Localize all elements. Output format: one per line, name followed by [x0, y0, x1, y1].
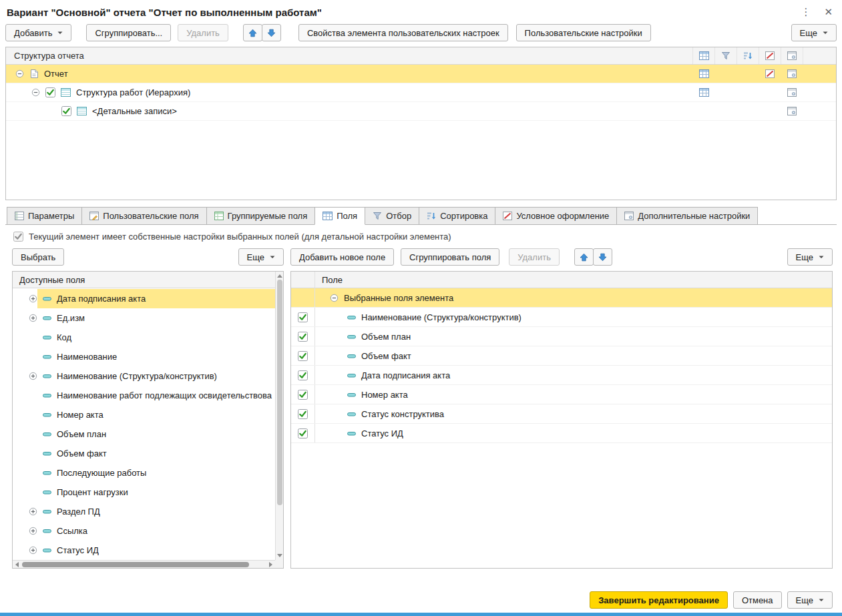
finish-editing-button[interactable]: Завершить редактирование [590, 591, 728, 609]
element-properties-button[interactable]: Свойства элемента пользовательских настр… [298, 24, 508, 41]
checkbox-checked-icon[interactable] [45, 87, 55, 97]
minus-expander-icon[interactable] [31, 88, 40, 97]
tab-parameters[interactable]: Параметры [7, 207, 82, 224]
checkbox-checked-icon[interactable] [298, 390, 308, 400]
structure-row[interactable]: <Детальные записи> [6, 102, 836, 121]
available-field-row[interactable]: Раздел ПД [13, 502, 275, 521]
conditional-icon [765, 51, 775, 60]
tab-groupable-fields[interactable]: Группируемые поля [206, 207, 316, 224]
vertical-scrollbar[interactable] [275, 272, 283, 560]
available-field-row[interactable]: Последующие работы [13, 463, 275, 483]
tab-label: Параметры [28, 211, 74, 221]
plus-expander-icon[interactable] [29, 507, 37, 516]
available-field-row[interactable]: Наименование [13, 347, 275, 366]
structure-column-header[interactable] [781, 47, 803, 64]
selected-field-label: Наименование (Структура/конструктив) [361, 312, 521, 322]
scroll-right-icon[interactable] [267, 561, 274, 568]
select-button[interactable]: Выбрать [12, 248, 64, 266]
selected-fields-group-row[interactable]: Выбранные поля элемента [291, 288, 832, 308]
top-more-button[interactable]: Еще [791, 24, 837, 41]
kebab-menu-icon[interactable]: ⋮ [801, 6, 811, 18]
cancel-button[interactable]: Отмена [733, 591, 782, 609]
attribute-icon [43, 412, 51, 418]
checkbox-checked-icon[interactable] [298, 409, 308, 419]
plus-expander-icon[interactable] [29, 546, 37, 555]
attribute-icon [43, 431, 51, 437]
available-field-row[interactable]: Ед.изм [13, 308, 275, 328]
plus-expander-icon[interactable] [29, 372, 37, 380]
selected-field-row[interactable]: Статус ИД [291, 424, 832, 443]
checkbox-checked-icon[interactable] [61, 106, 71, 116]
group-button[interactable]: Сгруппировать... [86, 24, 171, 41]
scroll-up-icon[interactable] [276, 272, 283, 280]
selected-field-row[interactable]: Статус конструктива [291, 404, 832, 424]
available-field-label: Код [57, 332, 71, 342]
settings-icon [787, 107, 797, 115]
plus-expander-icon[interactable] [29, 294, 37, 303]
structure-column-header[interactable] [692, 47, 714, 64]
available-field-row[interactable]: Объем план [13, 424, 275, 444]
structure-header: Структура отчета [6, 47, 836, 65]
group-fields-button[interactable]: Сгруппировать поля [401, 248, 499, 266]
selected-field-row[interactable]: Дата подписания акта [291, 366, 832, 385]
tab-sorting[interactable]: Сортировка [419, 207, 495, 224]
structure-column-header[interactable] [714, 47, 736, 64]
selected-field-row[interactable]: Объем план [291, 327, 832, 346]
plus-expander-icon[interactable] [29, 314, 37, 322]
structure-column-header[interactable] [736, 47, 759, 64]
tab-label: Отбор [386, 211, 411, 221]
footer-more-button[interactable]: Еще [787, 591, 833, 609]
tab-user-fields[interactable]: Пользовательские поля [81, 207, 206, 224]
available-field-row[interactable]: Объем факт [13, 444, 275, 463]
structure-column-header[interactable] [759, 47, 781, 64]
tab-additional-settings[interactable]: Дополнительные настройки [616, 207, 758, 224]
plus-expander-icon[interactable] [29, 527, 37, 535]
minus-expander-icon[interactable] [15, 69, 24, 78]
user-settings-button[interactable]: Пользовательские настройки [516, 24, 651, 41]
selected-field-row[interactable]: Наименование (Структура/конструктив) [291, 308, 832, 327]
available-field-label: Раздел ПД [57, 507, 100, 517]
available-field-row[interactable]: Процент нагрузки [13, 483, 275, 502]
available-field-row[interactable]: Номер акта [13, 405, 275, 424]
available-field-row[interactable]: Наименование (Структура/конструктив) [13, 366, 275, 386]
available-field-label: Ед.изм [57, 313, 85, 323]
tab-conditional-appearance[interactable]: Условное оформление [495, 207, 617, 224]
close-icon[interactable]: ✕ [824, 6, 833, 18]
add-button[interactable]: Добавить [5, 24, 71, 41]
scroll-left-icon[interactable] [13, 561, 21, 568]
checkbox-checked-icon[interactable] [298, 332, 308, 342]
horizontal-scrollbar[interactable] [13, 560, 275, 568]
selected-field-row[interactable]: Номер акта [291, 385, 832, 404]
field-move-down-button[interactable] [593, 248, 612, 266]
available-field-row[interactable]: Ссылка [13, 521, 275, 541]
vertical-scrollbar-thumb[interactable] [277, 280, 282, 505]
available-field-label: Дата подписания акта [57, 294, 146, 304]
move-down-button[interactable] [262, 24, 281, 41]
available-field-row[interactable]: Дата подписания акта [13, 289, 275, 308]
selected-more-button[interactable]: Еще [787, 248, 833, 266]
structure-row[interactable]: Структура работ (Иерархия) [6, 83, 836, 102]
checkbox-checked-icon[interactable] [298, 351, 308, 361]
available-field-row[interactable]: Статус ИД [13, 541, 275, 560]
structure-row[interactable]: Отчет [6, 65, 836, 83]
available-field-row[interactable]: Код [13, 328, 275, 347]
move-up-button[interactable] [243, 24, 262, 41]
bottom-accent-strip [0, 613, 842, 616]
horizontal-scrollbar-thumb[interactable] [22, 562, 249, 567]
selected-field-row[interactable]: Объем факт [291, 346, 832, 366]
group-fields-icon [214, 212, 224, 220]
scroll-down-icon[interactable] [276, 552, 283, 559]
checkbox-checked-icon[interactable] [298, 370, 308, 380]
tab-filter[interactable]: Отбор [365, 207, 419, 224]
delete-button: Удалить [178, 24, 228, 41]
add-new-field-button[interactable]: Добавить новое поле [290, 248, 394, 266]
tab-label: Условное оформление [516, 211, 609, 221]
available-more-button[interactable]: Еще [238, 248, 284, 266]
available-field-row[interactable]: Наименование работ подлежащих освидетель… [13, 386, 275, 405]
field-move-up-button[interactable] [574, 248, 594, 266]
checkbox-checked-icon[interactable] [298, 312, 308, 322]
attribute-icon [347, 334, 356, 340]
minus-expander-icon[interactable] [330, 294, 339, 302]
tab-fields[interactable]: Поля [314, 207, 365, 225]
checkbox-checked-icon[interactable] [298, 428, 308, 438]
